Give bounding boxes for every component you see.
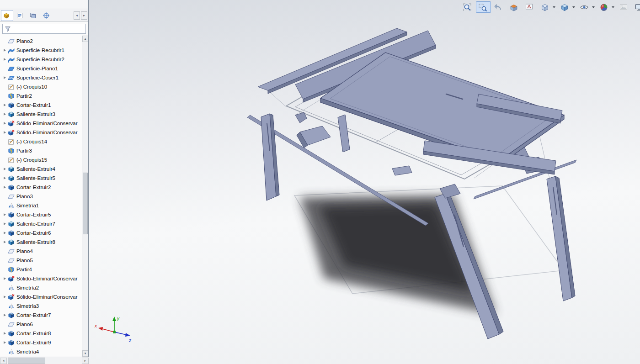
display-style-button[interactable] [558, 1, 577, 13]
tree-item-cortar-extruir2[interactable]: Cortar-Extruir2 [0, 183, 82, 192]
tree-item-solido-eliminar1[interactable]: Sólido-Eliminar/Conservar [0, 119, 82, 128]
tree-item-cortar-extruir9[interactable]: Cortar-Extruir9 [0, 338, 82, 347]
tree-item-saliente-extruir4[interactable]: Saliente-Extruir4 [0, 164, 82, 174]
expand-arrow-icon[interactable] [2, 148, 7, 153]
tree-item-simetria3[interactable]: Simetría3 [0, 301, 82, 311]
expand-arrow-icon[interactable] [2, 185, 7, 190]
tree-item-saliente-extruir8[interactable]: Saliente-Extruir8 [0, 237, 82, 247]
expand-arrow-icon[interactable] [2, 93, 7, 99]
propertymanager-tab[interactable] [14, 10, 27, 21]
tree-item-cortar-extruir1[interactable]: Cortar-Extruir1 [0, 100, 82, 110]
tree-item-simetria1[interactable]: Simetría1 [0, 201, 82, 210]
scroll-up-button[interactable]: ▲ [82, 36, 88, 42]
chevron-down-icon[interactable] [553, 6, 555, 8]
expand-arrow-icon[interactable] [2, 276, 7, 281]
chevron-down-icon[interactable] [572, 6, 575, 8]
expand-arrow-icon[interactable] [2, 285, 7, 290]
zoom-to-fit-button[interactable] [460, 1, 475, 13]
zoom-to-area-button[interactable] [476, 1, 491, 13]
leg-front-right-part[interactable] [547, 176, 575, 301]
expand-arrow-icon[interactable] [2, 121, 7, 126]
vertical-scroll-thumb[interactable] [83, 173, 88, 234]
expand-arrow-icon[interactable] [2, 340, 7, 345]
view-orientation-button[interactable] [538, 1, 557, 13]
expand-arrow-icon[interactable] [2, 102, 7, 108]
expand-arrow-icon[interactable] [2, 267, 7, 272]
apply-scene-button[interactable] [617, 1, 632, 13]
dimxpertmanager-tab[interactable] [41, 10, 53, 21]
tree-item-superficie-recubrir1[interactable]: Superficie-Recubrir1 [0, 46, 82, 55]
graphics-viewport[interactable]: x y z [89, 0, 640, 364]
expand-arrow-icon[interactable] [2, 303, 7, 309]
tree-item-plano5[interactable]: Plano5 [0, 256, 82, 265]
expand-arrow-icon[interactable] [2, 230, 7, 236]
tree-item-saliente-extruir3[interactable]: Saliente-Extruir3 [0, 110, 82, 119]
expand-arrow-icon[interactable] [2, 294, 7, 300]
tab-scroll-left-button[interactable]: ◄ [74, 11, 80, 20]
view-settings-button[interactable] [632, 1, 640, 13]
tree-item-plano3[interactable]: Plano3 [0, 192, 82, 201]
tree-item-solido-eliminar2[interactable]: Sólido-Eliminar/Conservar [0, 128, 82, 137]
expand-arrow-icon[interactable] [2, 239, 7, 245]
expand-arrow-icon[interactable] [2, 322, 7, 327]
tree-item-solido-eliminar3[interactable]: Sólido-Eliminar/Conservar [0, 274, 82, 283]
tree-horizontal-scrollbar[interactable]: ◄ ► [0, 357, 89, 364]
tree-item-superficie-plano1[interactable]: Superficie-Plano1 [0, 64, 82, 73]
expand-arrow-icon[interactable] [2, 221, 7, 227]
tree-item-simetria4[interactable]: Simetría4 [0, 347, 82, 356]
tree-item-croquis10[interactable]: (-) Croquis10 [0, 82, 82, 91]
expand-arrow-icon[interactable] [2, 349, 7, 354]
expand-arrow-icon[interactable] [2, 84, 7, 90]
expand-arrow-icon[interactable] [2, 175, 7, 181]
scroll-down-button[interactable]: ▼ [82, 350, 88, 357]
tree-item-solido-eliminar4[interactable]: Sólido-Eliminar/Conservar [0, 292, 82, 301]
leg-bracket-small-part[interactable] [338, 115, 350, 152]
annotation-views-button[interactable] [523, 1, 538, 13]
tree-item-saliente-extruir5[interactable]: Saliente-Extruir5 [0, 174, 82, 183]
expand-arrow-icon[interactable] [2, 258, 7, 263]
previous-view-button[interactable] [491, 1, 507, 13]
chevron-down-icon[interactable] [612, 6, 614, 8]
chevron-down-icon[interactable] [592, 6, 595, 8]
expand-arrow-icon[interactable] [2, 66, 7, 71]
expand-arrow-icon[interactable] [2, 331, 7, 336]
expand-arrow-icon[interactable] [2, 212, 7, 217]
expand-arrow-icon[interactable] [2, 139, 7, 144]
exploded-table-model[interactable] [89, 0, 640, 364]
scroll-right-button[interactable]: ► [82, 358, 89, 364]
tree-item-partir3[interactable]: Partir3 [0, 146, 82, 155]
leg-back-left-part[interactable] [261, 114, 279, 200]
tree-item-cortar-extruir8[interactable]: Cortar-Extruir8 [0, 329, 82, 338]
tree-item-croquis15[interactable]: (-) Croquis15 [0, 155, 82, 164]
tab-scroll-right-button[interactable]: ► [81, 11, 87, 20]
expand-arrow-icon[interactable] [2, 111, 7, 117]
tree-item-superficie-coser1[interactable]: Superficie-Coser1 [0, 73, 82, 82]
tree-item-croquis14[interactable]: (-) Croquis14 [0, 137, 82, 146]
configurationmanager-tab[interactable] [27, 10, 40, 21]
featuremanager-tab[interactable] [1, 10, 13, 21]
expand-arrow-icon[interactable] [2, 57, 7, 62]
expand-arrow-icon[interactable] [2, 248, 7, 254]
tree-item-partir4[interactable]: Partir4 [0, 265, 82, 274]
expand-arrow-icon[interactable] [2, 157, 7, 163]
expand-arrow-icon[interactable] [2, 75, 7, 80]
tree-item-simetria2[interactable]: Simetría2 [0, 283, 82, 292]
section-view-button[interactable] [507, 1, 522, 13]
expand-arrow-icon[interactable] [2, 312, 7, 318]
tree-item-superficie-recubrir2[interactable]: Superficie-Recubrir2 [0, 55, 82, 64]
horizontal-scroll-thumb[interactable] [8, 358, 45, 364]
expand-arrow-icon[interactable] [2, 47, 7, 53]
expand-arrow-icon[interactable] [2, 166, 7, 172]
tree-vertical-scrollbar[interactable]: ▲ ▼ [82, 36, 88, 357]
scroll-left-button[interactable]: ◄ [0, 358, 7, 364]
tree-item-partir2[interactable]: Partir2 [0, 91, 82, 100]
tree-item-cortar-extruir7[interactable]: Cortar-Extruir7 [0, 311, 82, 320]
tree-item-cortar-extruir5[interactable]: Cortar-Extruir5 [0, 210, 82, 219]
tree-item-plano6[interactable]: Plano6 [0, 320, 82, 329]
hide-show-items-button[interactable] [577, 1, 597, 13]
tree-item-plano4[interactable]: Plano4 [0, 247, 82, 256]
tree-item-plano2[interactable]: Plano2 [0, 37, 82, 46]
expand-arrow-icon[interactable] [2, 38, 7, 44]
tree-item-saliente-extruir7[interactable]: Saliente-Extruir7 [0, 219, 82, 228]
edit-appearance-button[interactable] [597, 1, 616, 13]
